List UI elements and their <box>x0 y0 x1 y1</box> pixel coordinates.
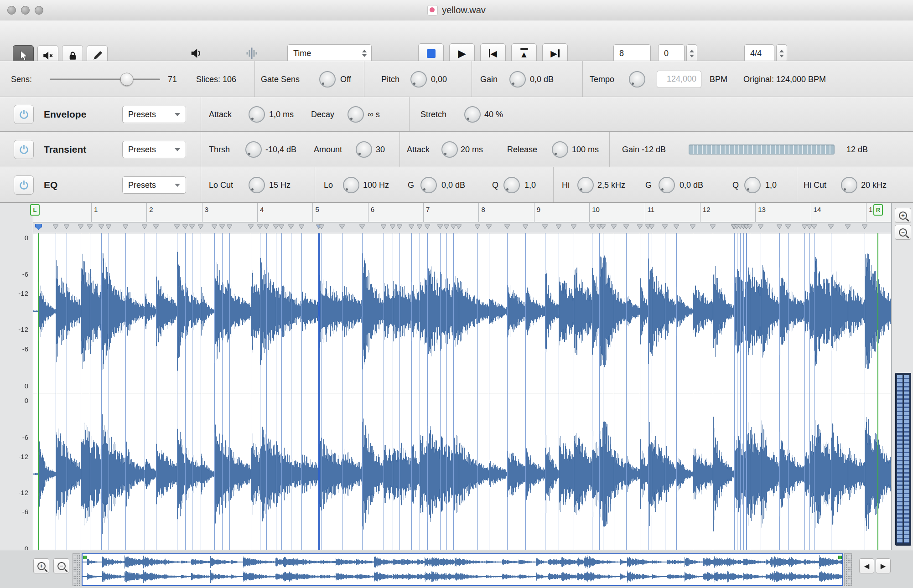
bars-value: 8 <box>614 49 624 58</box>
tempo-knob[interactable] <box>629 71 645 88</box>
transient-thrsh-knob[interactable] <box>245 141 262 158</box>
bar-tick <box>202 203 202 222</box>
slice-marker-strip[interactable] <box>33 223 891 233</box>
transient-gain-meter[interactable] <box>689 144 835 155</box>
envelope-presets-dropdown[interactable]: Presets <box>122 106 186 123</box>
eq-g2-knob[interactable] <box>659 177 675 193</box>
db-scale-label: -6 <box>0 270 28 278</box>
beats-stepper[interactable] <box>686 44 697 62</box>
gate-sens-value: Off <box>340 74 351 84</box>
overview-waveform-canvas[interactable] <box>83 554 842 585</box>
timesig-stepper[interactable] <box>776 44 787 62</box>
transient-amount-knob[interactable] <box>356 141 372 158</box>
overview-left-handle-dot[interactable] <box>83 556 87 559</box>
bar-number: 8 <box>481 206 485 213</box>
bars-field[interactable]: 8 <box>613 44 651 62</box>
pitch-knob[interactable] <box>410 71 427 88</box>
transient-release-knob[interactable] <box>552 141 568 158</box>
transient-attack-knob[interactable] <box>441 141 458 158</box>
db-scale-label: -12 <box>0 489 28 496</box>
envelope-attack-knob[interactable] <box>249 106 265 123</box>
gain-knob[interactable] <box>509 71 526 88</box>
skip-forward-icon: ▶ <box>550 49 557 58</box>
gutter-divider <box>33 203 33 550</box>
bar-tick <box>534 203 534 222</box>
eq-hi-knob[interactable] <box>577 177 594 193</box>
db-scale-label: -12 <box>0 289 28 297</box>
gate-sens-knob[interactable] <box>319 71 336 88</box>
bar-number: 11 <box>648 206 655 213</box>
tempo-value: 124,000 <box>661 74 701 84</box>
eq-q2-knob[interactable] <box>744 177 761 193</box>
view-range-left-handle[interactable] <box>73 553 80 586</box>
tempo-label: Tempo <box>590 74 614 84</box>
bar-number: 5 <box>315 206 319 213</box>
eq-hicut-knob[interactable] <box>841 177 857 193</box>
ruler-mode-popup[interactable]: Time <box>287 44 372 62</box>
eq-lo-knob[interactable] <box>343 177 359 193</box>
transient-amount-value: 30 <box>376 145 385 155</box>
separator <box>582 61 583 97</box>
transient-power-button[interactable] <box>14 140 34 159</box>
window-title: yellow.wav <box>442 5 486 15</box>
view-range-right-handle[interactable] <box>844 553 852 586</box>
eq-section-title: EQ <box>44 180 57 191</box>
original-bpm-label: Original: 124,000 BPM <box>743 74 826 84</box>
bar-number: 2 <box>149 206 153 213</box>
tempo-field[interactable]: 124,000 <box>657 71 701 88</box>
gutter-divider <box>891 203 892 550</box>
zoom-window-button[interactable] <box>35 6 43 15</box>
envelope-decay-knob[interactable] <box>348 106 364 123</box>
sens-slider[interactable] <box>50 73 160 86</box>
transient-presets-dropdown[interactable]: Presets <box>122 141 186 158</box>
scroll-right-button[interactable]: ▶ <box>876 558 891 573</box>
eq-locut-knob[interactable] <box>249 177 265 193</box>
envelope-power-button[interactable] <box>14 105 34 124</box>
transient-release-value: 100 ms <box>572 145 599 155</box>
eq-q2-label: Q <box>732 181 739 190</box>
params-row: Sens: 71 Slices: 106 Gate Sens Off Pitch… <box>0 61 913 97</box>
timesig-field[interactable]: 4/4 <box>744 44 774 62</box>
pencil-icon <box>92 50 103 62</box>
eq-q1-knob[interactable] <box>503 177 520 193</box>
eq-power-button[interactable] <box>14 175 34 195</box>
db-scale-label: 0 <box>0 234 28 242</box>
transient-gain-max: 12 dB <box>846 145 868 155</box>
scroll-left-button[interactable]: ◀ <box>859 558 874 573</box>
zoom-in-button[interactable]: + <box>33 558 49 573</box>
zoom-out-vertical-button[interactable]: − <box>895 225 911 240</box>
envelope-decay-label: Decay <box>311 110 334 119</box>
eq-presets-dropdown[interactable]: Presets <box>122 176 186 194</box>
waveform-canvas[interactable] <box>33 233 891 550</box>
power-icon <box>18 180 30 191</box>
bar-number: 13 <box>758 206 766 213</box>
right-locator-flag[interactable]: R <box>873 204 883 216</box>
zoom-in-icon: + <box>37 562 46 570</box>
close-window-button[interactable] <box>7 6 16 15</box>
popup-stepper-icon <box>362 50 367 57</box>
bpm-label: BPM <box>710 74 727 84</box>
sens-value: 71 <box>168 74 177 84</box>
cursor-icon <box>17 50 29 62</box>
gain-label: Gain <box>480 74 498 84</box>
left-locator-flag[interactable]: L <box>30 204 40 216</box>
overview-right-handle-dot[interactable] <box>838 556 842 559</box>
bar-tick <box>91 203 92 222</box>
db-scale-label: -6 <box>0 345 28 353</box>
bar-ruler[interactable]: 123456789101112131415 <box>33 203 891 222</box>
zoom-in-vertical-button[interactable]: + <box>895 208 911 223</box>
bar-tick <box>478 203 479 222</box>
overview-view-box[interactable] <box>82 553 843 586</box>
slice-markers-canvas[interactable] <box>33 223 891 233</box>
envelope-stretch-knob[interactable] <box>464 106 481 123</box>
eq-g1-knob[interactable] <box>420 177 437 193</box>
bar-tick <box>257 203 258 222</box>
document-icon <box>427 5 438 15</box>
bar-number: 9 <box>537 206 540 213</box>
beats-field[interactable]: 0 <box>658 44 685 62</box>
zoom-out-button[interactable]: − <box>53 558 69 573</box>
sens-slider-track <box>50 78 160 80</box>
window-controls <box>7 6 43 15</box>
sens-slider-thumb[interactable] <box>120 72 134 86</box>
minimize-window-button[interactable] <box>21 6 30 15</box>
